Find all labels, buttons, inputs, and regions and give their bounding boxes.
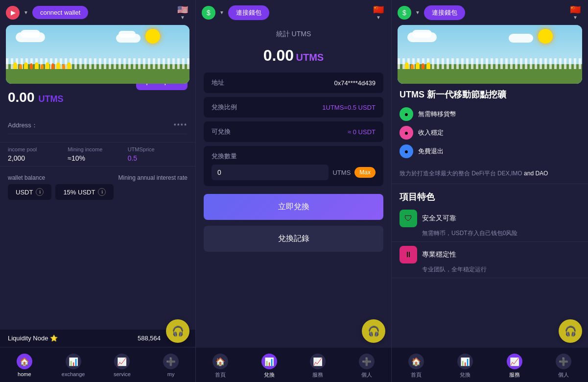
support-button[interactable]: 🎧 [166, 319, 189, 343]
secure-feature-header: 🛡 安全又可靠 [400, 210, 580, 227]
income-pool-label: income pool [8, 146, 68, 152]
address-form-value: 0x74****4d439 [334, 79, 376, 87]
middle-connect-wallet-button[interactable]: 連接錢包 [228, 5, 269, 20]
usdt-info-icon[interactable]: ℹ [36, 188, 44, 196]
right-panel: $ ▼ 連接錢包 🇨🇳 ▼ UTMS 新一代移動節點挖礦 [392, 0, 588, 382]
balance-section: 0.00 UTMS participate [0, 84, 195, 115]
right-my-nav-icon: ➕ [556, 354, 571, 369]
nav-exchange-label: exchange [62, 371, 85, 377]
utms-price-label: UTMSprice [128, 146, 188, 152]
right-support-button[interactable]: 🎧 [559, 319, 582, 343]
free-exit-icon: ● [400, 144, 413, 158]
sun-decoration [145, 29, 160, 44]
free-exit-text: 免費退出 [418, 147, 444, 156]
right-flowers [398, 62, 582, 69]
language-selector[interactable]: 🇺🇸 ▼ [176, 5, 189, 20]
middle-balance-display: 0.00 UTMS [196, 41, 391, 72]
nav-service[interactable]: 📈 service [98, 352, 147, 379]
address-form-row: 地址 0x74****4d439 [204, 72, 383, 93]
right-connect-wallet-button[interactable]: 連接錢包 [424, 5, 465, 20]
income-pool-value: 2,000 [8, 154, 68, 162]
us-flag-icon: 🇺🇸 [176, 5, 189, 15]
stable-feature-header: ⏸ 專業穩定性 [400, 246, 580, 263]
right-nav-exchange-label: 兌換 [460, 371, 470, 379]
separator [392, 184, 588, 184]
middle-balance-amount: 0.00 [263, 47, 294, 64]
balance-display: 0.00 UTMS [8, 90, 64, 105]
middle-nav-service[interactable]: 📈 服務 [294, 352, 343, 381]
exchange-amount-row: 兌換數量 UTMS Max [204, 146, 383, 186]
right-cloud-2 [412, 30, 432, 38]
exchange-ratio-value: 1UTMS=0.5 USDT [322, 104, 376, 111]
utms-price-value: 0.5 [128, 154, 188, 162]
right-cn-flag-icon: 🇨🇳 [568, 5, 582, 15]
my-nav-icon: ➕ [163, 354, 179, 369]
right-nav-home[interactable]: 🏠 首頁 [392, 352, 441, 381]
right-nav-my[interactable]: ➕ 個人 [539, 352, 588, 381]
nav-my-label: my [167, 371, 175, 377]
stable-income-icon: ● [400, 126, 413, 140]
stable-icon: ⏸ [400, 246, 417, 263]
middle-nav-my-label: 個人 [361, 371, 372, 379]
middle-language-selector[interactable]: 🇨🇳 ▼ [372, 5, 385, 20]
wallet-boxes: USDT ℹ 15% USDT ℹ [8, 184, 188, 200]
middle-nav-home[interactable]: 🏠 首頁 [196, 352, 245, 381]
lang-chevron-icon: ▼ [180, 15, 185, 20]
mining-income-value: ≈10% [68, 154, 127, 162]
exchange-amount-label: 兌換數量 [212, 152, 376, 161]
exchange-ratio-row: 兌換比例 1UTMS=0.5 USDT [204, 97, 383, 118]
description-text: 致力於打造全球最大的整合 DeFi平台 DEX,IMO and DAO [392, 167, 588, 182]
exchangeable-value: ≈ 0 USDT [348, 128, 376, 136]
right-nav-service[interactable]: 📈 服務 [490, 352, 539, 381]
middle-form: 地址 0x74****4d439 兌換比例 1UTMS=0.5 USDT 可兌換… [196, 72, 391, 190]
balance-currency: UTMS [39, 94, 64, 104]
left-bottom-nav: 🏠 home 📊 exchange 📈 service ➕ my [0, 348, 195, 382]
middle-nav-my[interactable]: ➕ 個人 [342, 352, 391, 381]
exchange-input-wrapper: UTMS Max [212, 165, 376, 180]
exchange-amount-input[interactable] [212, 165, 329, 180]
right-network-chevron[interactable]: ▼ [415, 10, 420, 15]
right-home-nav-icon: 🏠 [408, 354, 424, 369]
flowers [6, 62, 189, 69]
middle-nav-exchange[interactable]: 📊 兌換 [245, 352, 294, 381]
cloud-2 [21, 30, 40, 38]
nav-my[interactable]: ➕ my [146, 352, 195, 379]
max-button[interactable]: Max [354, 167, 376, 178]
right-bottom-nav: 🏠 首頁 📊 兌換 📈 服務 ➕ 個人 [392, 348, 588, 382]
instant-exchange-button[interactable]: 立即兌換 [204, 194, 383, 220]
description-dao: DAO [535, 170, 548, 177]
right-nav-home-label: 首頁 [411, 371, 422, 379]
right-nav-my-label: 個人 [558, 371, 569, 379]
stable-desc: 专业团队，全年稳定运行 [400, 265, 580, 274]
exchange-records-button[interactable]: 兌換記錄 [204, 226, 383, 252]
middle-my-nav-icon: ➕ [359, 354, 375, 369]
cloud-4 [118, 31, 136, 38]
utms-suffix-label: UTMS [332, 169, 351, 176]
no-transfer-icon: ● [400, 107, 413, 121]
middle-support-button[interactable]: 🎧 [362, 319, 385, 343]
rate-info-icon[interactable]: ℹ [98, 188, 106, 196]
address-row: Address： **** [8, 117, 188, 134]
right-nav-service-label: 服務 [509, 371, 520, 379]
right-service-nav-icon: 📈 [507, 354, 522, 369]
nav-home[interactable]: 🏠 home [0, 352, 49, 379]
liquidity-label: Liquidity Node ⭐ [8, 334, 58, 342]
exchange-ratio-label: 兌換比例 [212, 103, 237, 112]
middle-panel: $ ▼ 連接錢包 🇨🇳 ▼ 統計 UTMS 0.00 UTMS 地址 0x74*… [196, 0, 392, 382]
right-nav-exchange[interactable]: 📊 兌換 [441, 352, 490, 381]
connect-wallet-button[interactable]: connect wallet [32, 6, 88, 19]
project-title: 項目特色 [392, 186, 588, 206]
address-value: **** [174, 122, 188, 129]
stats-grid: income pool 2,000 Mining income ≈10% UTM… [0, 143, 195, 167]
right-feature-list: ● 無需轉移貨幣 ● 收入穩定 ● 免費退出 [392, 103, 588, 167]
network-chevron-icon[interactable]: ▼ [24, 10, 28, 15]
right-topbar: $ ▼ 連接錢包 🇨🇳 ▼ [392, 0, 588, 25]
nav-exchange[interactable]: 📊 exchange [49, 352, 98, 379]
right-language-selector[interactable]: 🇨🇳 ▼ [568, 5, 582, 20]
middle-lang-chevron: ▼ [376, 15, 381, 20]
feature-free-exit: ● 免費退出 [400, 144, 580, 158]
feature-stable-income: ● 收入穩定 [400, 126, 580, 140]
middle-network-chevron[interactable]: ▼ [219, 10, 224, 15]
middle-nav-home-label: 首頁 [215, 371, 226, 379]
home-nav-icon: 🏠 [17, 354, 32, 369]
